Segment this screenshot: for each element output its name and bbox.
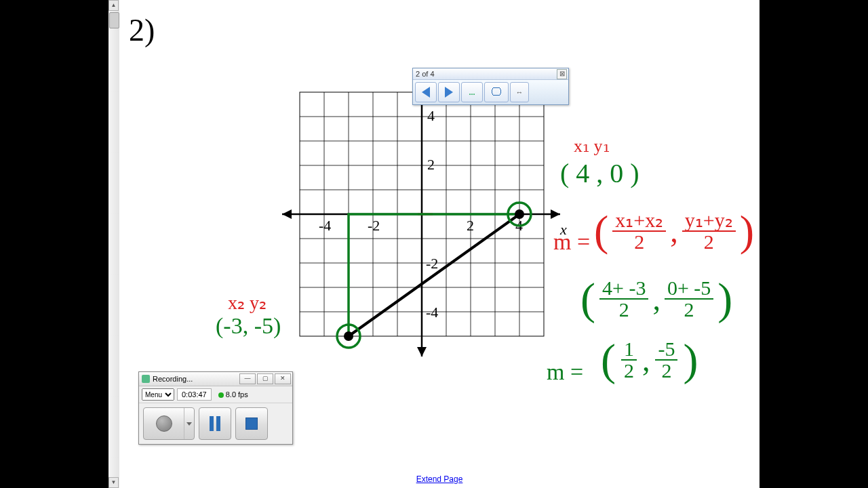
svg-text:2: 2 <box>467 217 474 234</box>
svg-marker-21 <box>551 209 560 219</box>
next-page-button[interactable] <box>438 82 460 102</box>
coordinate-grid: -4 -2 2 4 2 4 -2 -4 x <box>275 65 567 377</box>
p2-coord: (-3, -5) <box>216 313 281 339</box>
toolbar-status: 2 of 4 <box>416 70 435 78</box>
p1-coord: ( 4 , 0 ) <box>560 157 639 189</box>
recorder-title: Recording... <box>153 375 193 383</box>
scroll-thumb[interactable] <box>109 12 119 28</box>
svg-text:-2: -2 <box>426 255 438 272</box>
app-stage: ▲ ▼ 2) <box>108 0 760 488</box>
svg-text:4: 4 <box>427 107 435 124</box>
p2-tag: x₂ y₂ <box>228 291 267 314</box>
recorder-time: 0:03:47 <box>177 388 212 401</box>
status-dot-icon <box>218 392 224 398</box>
svg-point-36 <box>344 331 353 341</box>
formula-lhs: m = <box>553 229 590 255</box>
midpoint-result: ( 12 , -52 ) <box>601 339 698 381</box>
whiteboard-canvas[interactable]: 2) <box>119 0 760 488</box>
screen-icon: 🖵 <box>491 86 502 98</box>
extend-page-link[interactable]: Extend Page <box>416 474 463 484</box>
page-nav-toolbar[interactable]: 2 of 4 ⊠ ... 🖵 ↔ <box>412 68 569 105</box>
svg-text:2: 2 <box>427 156 435 173</box>
problem-number: 2) <box>129 12 155 48</box>
pause-icon <box>210 416 220 431</box>
pause-button[interactable] <box>199 407 231 440</box>
chevron-down-icon <box>186 422 192 426</box>
svg-marker-22 <box>282 209 292 219</box>
window-min-button[interactable]: — <box>239 373 256 384</box>
fullscreen-button[interactable]: 🖵 <box>484 82 509 102</box>
midpoint-formula: ( x₁+x₂2 , y₁+y₂2 ) <box>594 210 754 252</box>
svg-marker-24 <box>417 347 427 357</box>
svg-text:-4: -4 <box>426 304 438 321</box>
recorder-fps: 8.0 fps <box>214 389 252 400</box>
recorder-window[interactable]: Recording... — ▢ ✕ Menu 0:03:47 8.0 fps <box>138 371 293 445</box>
svg-text:-4: -4 <box>319 217 331 234</box>
midpoint-substitution: ( 4+ -32 , 0+ -52 ) <box>580 278 732 320</box>
record-dropdown[interactable] <box>184 408 194 439</box>
scroll-up-icon[interactable]: ▲ <box>108 0 119 11</box>
ellipsis-icon: ... <box>469 88 475 96</box>
record-button[interactable] <box>143 407 195 440</box>
fit-icon: ↔ <box>516 88 524 96</box>
prev-page-button[interactable] <box>415 82 437 102</box>
record-icon <box>156 415 172 432</box>
window-max-button[interactable]: ▢ <box>257 373 273 384</box>
recorder-menu-select[interactable]: Menu <box>142 388 174 401</box>
stop-icon <box>245 418 258 430</box>
recorder-app-icon <box>142 375 150 383</box>
arrow-left-icon <box>422 87 430 98</box>
stop-button[interactable] <box>235 407 268 440</box>
svg-point-37 <box>515 209 524 219</box>
result-lhs: m = <box>547 359 583 385</box>
p1-tag: x₁ y₁ <box>574 136 610 157</box>
recorder-titlebar[interactable]: Recording... — ▢ ✕ <box>139 372 292 386</box>
svg-text:-2: -2 <box>368 217 380 234</box>
toolbar-close-button[interactable]: ⊠ <box>557 69 567 79</box>
more-button[interactable]: ... <box>461 82 483 102</box>
fit-width-button[interactable]: ↔ <box>510 82 529 102</box>
window-close-button[interactable]: ✕ <box>275 373 291 384</box>
scroll-down-icon[interactable]: ▼ <box>108 477 119 488</box>
vertical-scrollbar[interactable]: ▲ ▼ <box>108 0 120 488</box>
toolbar-titlebar[interactable]: 2 of 4 ⊠ <box>413 68 568 80</box>
arrow-right-icon <box>445 87 453 98</box>
